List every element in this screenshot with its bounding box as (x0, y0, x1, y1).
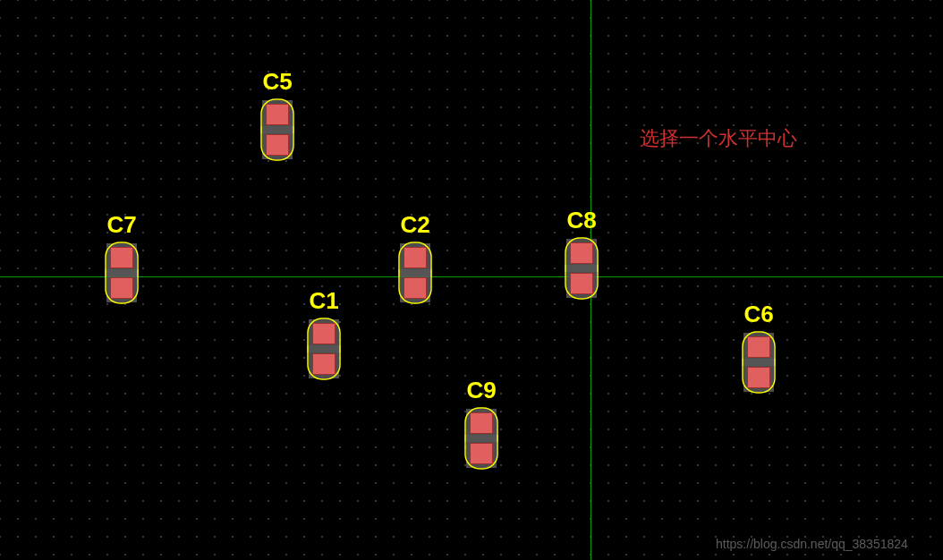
component-label: C2 (400, 211, 429, 239)
component-bar (105, 269, 139, 276)
component-label: C7 (106, 211, 136, 239)
pad-top (570, 242, 593, 264)
component-bar (307, 345, 341, 352)
component-bar (565, 265, 599, 272)
annotation-text: 选择一个水平中心 (640, 125, 797, 152)
pad-bottom (110, 277, 133, 299)
component-bar (260, 126, 294, 133)
pad-bottom (404, 277, 427, 299)
pad-top (312, 323, 336, 344)
pad-bottom (266, 134, 289, 156)
pcb-canvas[interactable]: C7 C5 C1 C2 C9 C8 C6 选择一个水平中心 https://bl… (0, 0, 943, 560)
component-label: C6 (743, 301, 773, 328)
watermark-text: https://blog.csdn.net/qq_38351824 (716, 537, 908, 551)
component-c9[interactable] (464, 407, 498, 470)
pad-top (470, 412, 493, 434)
component-c6[interactable] (742, 331, 776, 394)
component-c2[interactable] (398, 242, 432, 304)
dot-grid (0, 0, 943, 560)
crosshair-horizontal (0, 276, 943, 277)
component-label: C5 (262, 68, 292, 96)
component-bar (742, 359, 776, 366)
component-label: C8 (566, 207, 596, 234)
pad-bottom (747, 367, 770, 388)
pad-top (747, 336, 770, 358)
pad-bottom (312, 353, 336, 375)
pad-top (266, 104, 289, 125)
component-c7[interactable] (105, 242, 139, 304)
component-label: C9 (466, 377, 496, 404)
component-c8[interactable] (565, 237, 599, 300)
component-bar (398, 269, 432, 276)
component-bar (464, 435, 498, 442)
pad-top (110, 247, 133, 268)
component-c1[interactable] (307, 318, 341, 380)
component-c5[interactable] (260, 98, 294, 161)
component-label: C1 (309, 287, 338, 315)
pad-top (404, 247, 427, 268)
pad-bottom (570, 273, 593, 294)
pad-bottom (470, 443, 493, 464)
